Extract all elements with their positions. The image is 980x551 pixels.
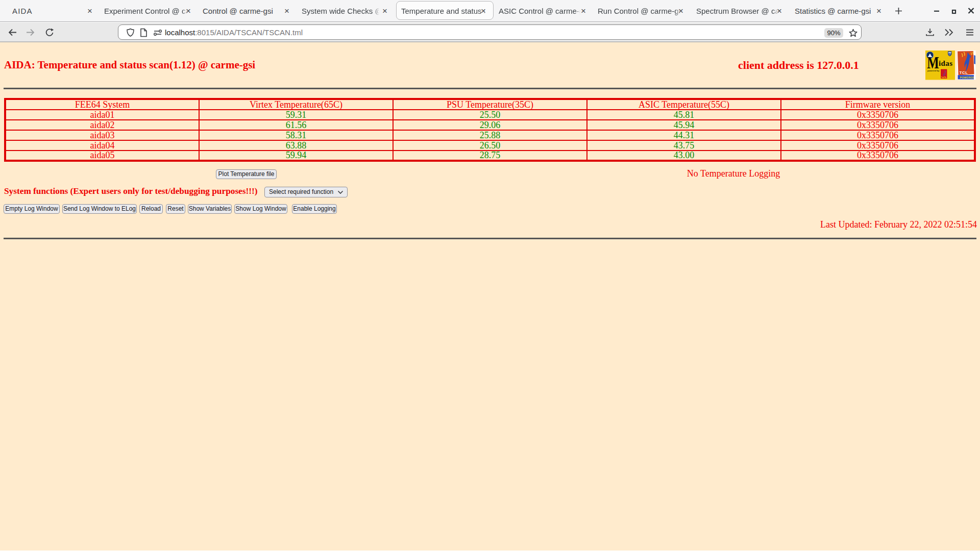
svg-text:M: M [927, 54, 939, 72]
svg-text:TCL: TCL [960, 70, 968, 75]
svg-text:powered by: powered by [927, 69, 940, 72]
svg-text:idas: idas [939, 59, 952, 67]
svg-text:Tcl/Tk: Tcl/Tk [941, 77, 946, 79]
svg-text:POWERED: POWERED [960, 76, 974, 79]
